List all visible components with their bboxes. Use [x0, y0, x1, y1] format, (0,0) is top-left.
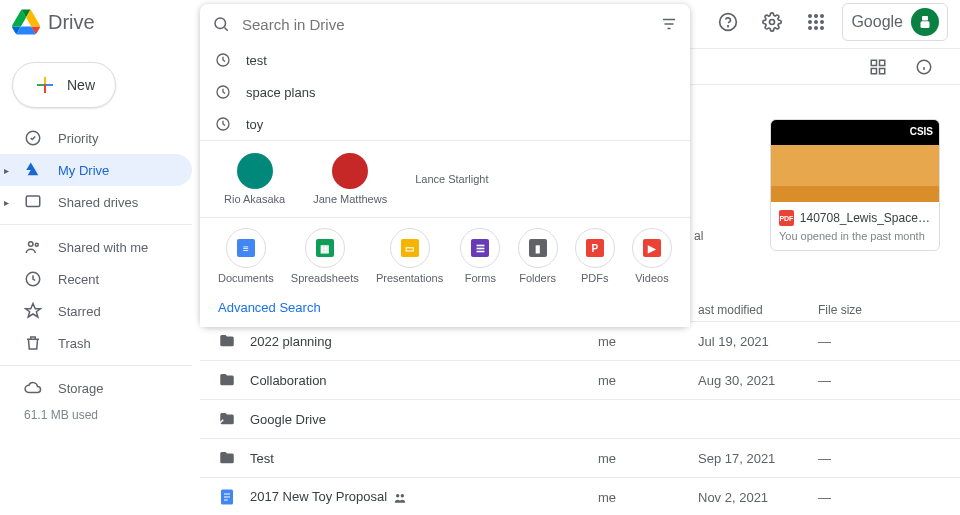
filetype-forms[interactable]: ☰Forms: [460, 228, 500, 284]
recent-search-item[interactable]: space plans: [200, 76, 690, 108]
expand-icon[interactable]: ▸: [4, 197, 9, 208]
filetype-videos[interactable]: ▶Videos: [632, 228, 672, 284]
nav-label: Trash: [58, 336, 91, 351]
recent-label: toy: [246, 117, 263, 132]
search-options-icon[interactable]: [660, 15, 678, 33]
drive-icon: [24, 161, 42, 179]
col-modified[interactable]: ast modified: [698, 303, 818, 317]
recent-search-item[interactable]: test: [200, 44, 690, 76]
svg-point-14: [215, 18, 226, 29]
person-name: Rio Akasaka: [224, 193, 285, 205]
apps-icon[interactable]: [798, 4, 834, 40]
priority-icon: [24, 129, 42, 147]
account-badge[interactable]: Google: [842, 3, 948, 41]
info-icon[interactable]: [906, 49, 942, 85]
pdf-badge-icon: PDF: [779, 210, 794, 226]
svg-rect-16: [26, 196, 40, 207]
file-owner: me: [598, 490, 698, 505]
svg-point-7: [814, 20, 818, 24]
search-box: test space plans toy Rio Akasaka Jane Ma…: [200, 4, 690, 327]
person-avatar-icon: [332, 153, 368, 189]
nav-label: Shared drives: [58, 195, 138, 210]
filetype-pdfs[interactable]: PPDFs: [575, 228, 615, 284]
file-modified: Aug 30, 2021: [698, 373, 818, 388]
file-row[interactable]: Google Drive: [200, 399, 960, 438]
col-size[interactable]: File size: [818, 303, 898, 317]
file-size: —: [818, 451, 898, 466]
search-icon: [212, 15, 230, 33]
video-icon: ▶: [643, 239, 661, 257]
svg-point-17: [29, 242, 34, 247]
search-input[interactable]: [242, 16, 648, 33]
star-icon: [24, 302, 42, 320]
svg-point-10: [814, 26, 818, 30]
sheet-icon: ▦: [316, 239, 334, 257]
file-row[interactable]: Collaboration me Aug 30, 2021 —: [200, 360, 960, 399]
help-icon[interactable]: [710, 4, 746, 40]
person-avatar-icon: [237, 153, 273, 189]
person-suggestion[interactable]: Jane Matthews: [313, 153, 387, 205]
ft-label: Documents: [218, 272, 274, 284]
file-size: —: [818, 490, 898, 505]
nav-label: Starred: [58, 304, 101, 319]
file-owner: me: [598, 451, 698, 466]
user-avatar[interactable]: [911, 8, 939, 36]
filetype-folders[interactable]: ▮Folders: [518, 228, 558, 284]
ft-label: Presentations: [376, 272, 443, 284]
file-row[interactable]: Test me Sep 17, 2021 —: [200, 438, 960, 477]
nav-storage[interactable]: Storage: [0, 372, 192, 404]
recent-search-item[interactable]: toy: [200, 108, 690, 140]
svg-point-26: [396, 494, 400, 498]
new-button[interactable]: New: [12, 62, 116, 108]
expand-icon[interactable]: ▸: [4, 165, 9, 176]
ft-label: Videos: [635, 272, 668, 284]
svg-point-4: [814, 14, 818, 18]
nav-trash[interactable]: Trash: [0, 327, 192, 359]
card-title: 140708_Lewis_SpaceEx...: [800, 211, 931, 225]
nav-label: Priority: [58, 131, 98, 146]
nav-starred[interactable]: Starred: [0, 295, 192, 327]
svg-rect-13: [921, 21, 930, 28]
recent-label: space plans: [246, 85, 315, 100]
filetype-documents[interactable]: ≡Documents: [218, 228, 274, 284]
settings-icon[interactable]: [754, 4, 790, 40]
suggested-file-card[interactable]: CSIS PDF 140708_Lewis_SpaceEx... You ope…: [770, 119, 940, 251]
file-name: Test: [250, 451, 598, 466]
nav-label: Storage: [58, 381, 104, 396]
logo-area[interactable]: Drive: [12, 8, 200, 36]
advanced-search-link[interactable]: Advanced Search: [200, 288, 690, 327]
svg-point-27: [401, 494, 405, 498]
card-thumbnail: CSIS: [771, 120, 939, 202]
filetype-presentations[interactable]: ▭Presentations: [376, 228, 443, 284]
nav-shared-drives[interactable]: ▸Shared drives: [0, 186, 192, 218]
folder-icon: ▮: [529, 239, 547, 257]
history-icon: [214, 116, 232, 132]
svg-rect-21: [880, 60, 885, 65]
folder-icon: [218, 332, 238, 350]
nav-shared-with-me[interactable]: Shared with me: [0, 231, 192, 263]
nav-label: Shared with me: [58, 240, 148, 255]
person-suggestion[interactable]: Lance Starlight: [415, 173, 488, 185]
drive-logo-icon: [12, 8, 40, 36]
nav-priority[interactable]: Priority: [0, 122, 192, 154]
brand-text: Drive: [48, 11, 95, 34]
card-subtitle: You opened in the past month: [779, 230, 931, 242]
slides-icon: ▭: [401, 239, 419, 257]
nav-recent[interactable]: Recent: [0, 263, 192, 295]
file-size: —: [818, 334, 898, 349]
people-icon: [24, 238, 42, 256]
file-name: Google Drive: [250, 412, 598, 427]
person-suggestion[interactable]: Rio Akasaka: [224, 153, 285, 205]
cloud-icon: [24, 379, 42, 397]
nav-label: Recent: [58, 272, 99, 287]
shared-icon: [393, 491, 407, 505]
history-icon: [214, 52, 232, 68]
shortcut-icon: [218, 410, 238, 428]
shared-drives-icon: [24, 193, 42, 211]
file-modified: Nov 2, 2021: [698, 490, 818, 505]
svg-point-2: [770, 20, 775, 25]
filetype-spreadsheets[interactable]: ▦Spreadsheets: [291, 228, 359, 284]
grid-view-icon[interactable]: [860, 49, 896, 85]
file-row[interactable]: 2017 New Toy Proposal me Nov 2, 2021 —: [200, 477, 960, 515]
nav-my-drive[interactable]: ▸My Drive: [0, 154, 192, 186]
